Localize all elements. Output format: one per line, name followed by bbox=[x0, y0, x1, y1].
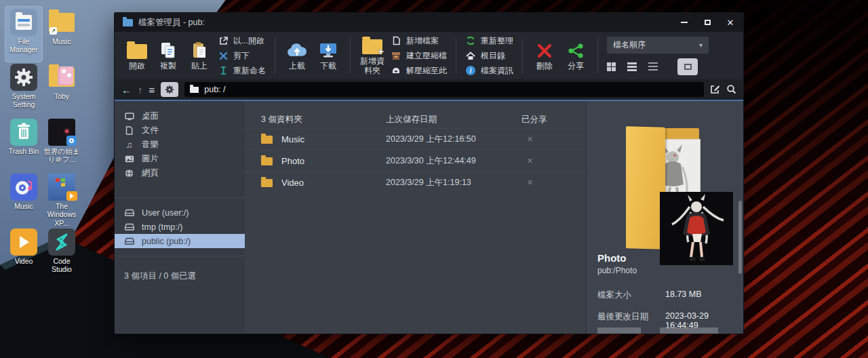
desktop-icon-system-setting[interactable]: System Setting bbox=[5, 62, 42, 117]
view-grid-button[interactable] bbox=[607, 62, 616, 71]
cloud-upload-icon bbox=[286, 40, 308, 59]
view-compact-button[interactable] bbox=[648, 62, 658, 71]
new-folder-icon bbox=[362, 39, 382, 54]
drive-icon bbox=[124, 237, 134, 245]
desktop-icon-grid: File Manager ↗ Music System Setting Toby bbox=[5, 7, 84, 281]
share-button[interactable]: 分享 bbox=[560, 40, 591, 71]
desktop-icon-label: 世界の始まり＠フ... bbox=[43, 147, 80, 164]
view-list-button[interactable] bbox=[627, 62, 637, 71]
ibeam-icon bbox=[218, 66, 229, 75]
back-button[interactable]: ← bbox=[121, 85, 132, 95]
sidebar: 桌面 文件 ♫ 音樂 圖片 網頁 bbox=[115, 101, 245, 334]
sidebar-item-web[interactable]: 網頁 bbox=[115, 166, 245, 180]
new-file-icon bbox=[391, 36, 401, 45]
extract-icon bbox=[391, 66, 401, 75]
create-archive-button[interactable]: 建立壓縮檔 bbox=[391, 49, 447, 62]
rename-button[interactable]: 重新命名 bbox=[218, 64, 266, 77]
sidebar-item-documents[interactable]: 文件 bbox=[115, 123, 245, 138]
folder-preview-art bbox=[597, 127, 733, 262]
preview-scrollbar[interactable] bbox=[738, 201, 742, 274]
root-button[interactable]: 根目錄 bbox=[465, 49, 513, 62]
desktop-icon-sekai-video[interactable]: 世界の始まり＠フ... bbox=[43, 117, 80, 172]
sidebar-item-pictures[interactable]: 圖片 bbox=[115, 152, 245, 166]
desktop-icon-label: Trash Bin bbox=[5, 147, 42, 155]
title-bar[interactable]: 檔案管理員 - pub: ✕ bbox=[115, 13, 743, 32]
settings-toggle-button[interactable] bbox=[161, 82, 178, 97]
delete-x-icon bbox=[536, 40, 553, 59]
desktop-icon-trash-bin[interactable]: Trash Bin bbox=[5, 117, 42, 172]
preview-path: pub:/Photo bbox=[597, 266, 637, 275]
desktop-icon-file-manager[interactable]: File Manager bbox=[5, 7, 42, 62]
sort-order-dropdown[interactable]: 檔名順序 ▾ bbox=[607, 37, 709, 54]
maximize-button[interactable] bbox=[703, 18, 712, 27]
windows-thumbnail-icon bbox=[48, 174, 75, 201]
sidebar-drive-tmp[interactable]: tmp (tmp:/) bbox=[115, 220, 245, 234]
address-input[interactable]: pub: / bbox=[184, 82, 704, 97]
close-button[interactable]: ✕ bbox=[726, 18, 735, 27]
photo-thumbnail-dark bbox=[660, 192, 733, 265]
window-title: 檔案管理員 - pub: bbox=[138, 17, 205, 28]
table-row[interactable]: Video 2023/3/29 上午1:19:13 ✕ bbox=[245, 172, 586, 193]
play-icon bbox=[10, 228, 37, 256]
toolbar: 開啟 複製 貼上 bbox=[115, 32, 743, 79]
sidebar-drive-user[interactable]: User (user:/) bbox=[115, 205, 245, 220]
header-shared[interactable]: 已分享 bbox=[521, 114, 586, 125]
open-with-button[interactable]: 以...開啟 bbox=[218, 35, 266, 47]
desktop-icon-label: Music bbox=[43, 37, 80, 45]
new-folder-button[interactable]: 新增資料夾 bbox=[357, 35, 388, 76]
desktop-icon-music-app[interactable]: Music bbox=[5, 172, 42, 226]
globe-icon bbox=[124, 169, 134, 178]
delete-button[interactable]: 刪除 bbox=[529, 40, 560, 71]
up-button[interactable]: ↑ bbox=[138, 85, 143, 95]
download-button[interactable]: 下載 bbox=[313, 40, 344, 71]
open-button[interactable]: 開啟 bbox=[121, 40, 153, 71]
desktop-icon-video-app[interactable]: Video bbox=[5, 226, 42, 281]
header-date[interactable]: 上次儲存日期 bbox=[386, 114, 521, 125]
desktop-icon-label: The Windows XP... bbox=[43, 202, 80, 227]
sidebar-drive-public[interactable]: public (pub:/) bbox=[115, 234, 245, 248]
unshared-x-icon[interactable]: ✕ bbox=[521, 178, 586, 187]
preview-panel-toggle[interactable] bbox=[677, 58, 698, 75]
sidebar-item-desktop[interactable]: 桌面 bbox=[115, 109, 245, 123]
desktop-icon-code-studio[interactable]: Code Studio bbox=[43, 226, 80, 281]
file-info-button[interactable]: i 檔案資訊 bbox=[465, 64, 513, 77]
copy-button[interactable]: 複製 bbox=[153, 40, 184, 71]
list-view-icon bbox=[627, 62, 637, 71]
edit-path-button[interactable] bbox=[710, 84, 720, 96]
search-button[interactable] bbox=[726, 84, 736, 96]
video-thumbnail-icon bbox=[48, 119, 75, 146]
unshared-x-icon[interactable]: ✕ bbox=[521, 135, 586, 144]
minimize-button[interactable] bbox=[679, 18, 689, 27]
desktop-icon-label: File Manager bbox=[5, 37, 42, 54]
menu-button[interactable]: ≡ bbox=[149, 85, 155, 95]
desktop-icon-toby[interactable]: Toby bbox=[43, 62, 80, 117]
upload-button[interactable]: 上載 bbox=[281, 40, 313, 71]
folder-icon bbox=[261, 136, 273, 144]
trash-icon bbox=[10, 119, 37, 146]
share-icon bbox=[567, 40, 585, 59]
sidebar-item-music[interactable]: ♫ 音樂 bbox=[115, 138, 245, 152]
compact-view-icon bbox=[648, 62, 658, 71]
sidebar-separator bbox=[115, 197, 245, 198]
desktop-icon-music-folder[interactable]: ↗ Music bbox=[43, 7, 80, 62]
desktop-icon-label: Toby bbox=[43, 92, 80, 100]
gear-icon bbox=[165, 85, 174, 94]
folder-icon bbox=[190, 87, 199, 93]
table-row[interactable]: Music 2023/3/29 上午12:16:50 ✕ bbox=[245, 128, 586, 150]
file-manager-icon bbox=[10, 9, 37, 36]
new-file-button[interactable]: 新增檔案 bbox=[391, 35, 447, 47]
folder-shortcut-icon: ↗ bbox=[48, 9, 75, 36]
unshared-x-icon[interactable]: ✕ bbox=[521, 157, 586, 165]
list-header: 3 個資料夾 上次儲存日期 已分享 bbox=[245, 111, 586, 128]
cut-button[interactable]: 剪下 bbox=[218, 49, 266, 62]
extract-here-button[interactable]: 解壓縮至此 bbox=[391, 64, 447, 77]
folder-icon bbox=[261, 179, 273, 187]
app-folder-icon bbox=[123, 19, 133, 26]
desktop-icon-windows-xp-video[interactable]: The Windows XP... bbox=[43, 172, 80, 226]
file-list: 3 個資料夾 上次儲存日期 已分享 Music 2023/3/29 上午12:1… bbox=[245, 101, 586, 334]
paste-button[interactable]: 貼上 bbox=[184, 40, 215, 71]
table-row[interactable]: Photo 2023/3/30 上午12:44:49 ✕ bbox=[245, 150, 586, 172]
desktop-icon-label: Music bbox=[5, 202, 42, 210]
refresh-button[interactable]: 重新整理 bbox=[465, 35, 513, 47]
folder-icon bbox=[261, 157, 273, 165]
